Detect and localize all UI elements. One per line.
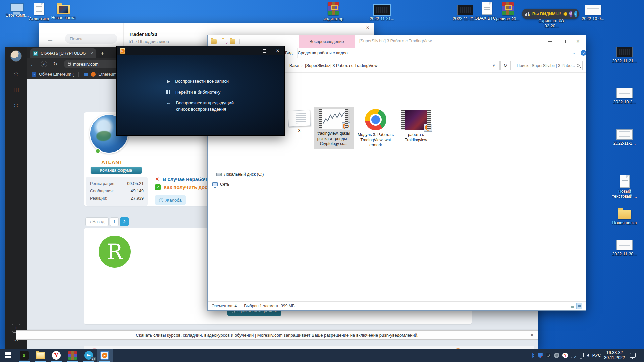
refresh-button[interactable]: ↻ bbox=[500, 61, 511, 70]
bookmark-item[interactable]: Обмен Ethereum ( bbox=[39, 72, 74, 77]
tab-close-icon[interactable]: ✕ bbox=[90, 51, 93, 56]
desktop-icon-indikator[interactable]: индикатор bbox=[318, 2, 349, 22]
desktop-icon-label: 2022-10-0... bbox=[582, 16, 604, 21]
steam-icon[interactable] bbox=[546, 353, 551, 358]
profile-avatar[interactable] bbox=[10, 50, 22, 62]
file-list: 3 ▶ tradingview, фазы рынка и тренды _ C… bbox=[273, 73, 586, 301]
signal-bars-icon bbox=[525, 12, 529, 16]
desktop-icon-revios[interactable]: ревиос-20... bbox=[492, 2, 523, 22]
taskbar-app-sharex[interactable]: X bbox=[16, 349, 32, 362]
new-folder-icon[interactable] bbox=[230, 39, 235, 44]
taskbar-app-explorer[interactable] bbox=[32, 349, 48, 362]
tab-video-tools[interactable]: Средства работы с видео bbox=[297, 48, 348, 58]
breadcrumb-root[interactable]: Base bbox=[289, 63, 299, 68]
report-button[interactable]: ! Жалоба bbox=[155, 195, 186, 205]
file-item[interactable]: 3 bbox=[279, 110, 319, 134]
minimize-button[interactable] bbox=[543, 35, 557, 48]
wmp-play-previous[interactable]: ← Воспроизвести предыдущий список воспро… bbox=[166, 100, 234, 112]
nav-item-local-disk[interactable]: Локальный диск (С:) bbox=[216, 172, 264, 177]
page-1-button[interactable]: 1 bbox=[110, 217, 119, 226]
wmp-go-library[interactable]: Перейти в библиотеку bbox=[166, 89, 220, 95]
file-item[interactable]: ▶ работа с Traidingview bbox=[396, 110, 436, 143]
browser-tab[interactable]: M СКАЧАТЬ [CRYPTOLOG ✕ bbox=[30, 48, 96, 58]
minimize-button[interactable] bbox=[337, 23, 350, 32]
folder-image-icon bbox=[57, 5, 70, 14]
play-badge-icon: ▶ bbox=[424, 124, 432, 132]
volume-icon[interactable] bbox=[587, 354, 589, 357]
desktop-icon-new-folder-right[interactable]: Новая папка bbox=[608, 208, 641, 226]
file-item-selected[interactable]: ▶ tradingview, фазы рынка и тренды _ Cry… bbox=[314, 107, 354, 149]
details-view-button[interactable] bbox=[569, 303, 575, 309]
unread-badge: 14 bbox=[91, 357, 96, 361]
post-link-2[interactable]: ✓ Как получить доступ bbox=[155, 184, 216, 190]
services-grid-icon[interactable]: ∷ bbox=[14, 102, 18, 109]
hamburger-menu-icon[interactable]: ☰ bbox=[48, 36, 53, 43]
contextual-tab-play[interactable]: Воспроизведение bbox=[299, 35, 355, 48]
desktop-icon-new-folder[interactable]: Новая папка bbox=[48, 3, 79, 20]
taskbar-app-winrar[interactable] bbox=[64, 349, 80, 362]
toggle-switch[interactable] bbox=[563, 12, 567, 16]
stat-value: 27.939 bbox=[131, 195, 144, 202]
desktop-icon-image-3[interactable]: 2022-10-0... bbox=[578, 5, 608, 21]
notification-close-icon[interactable]: ✕ bbox=[526, 333, 538, 338]
bookmarks-star-icon[interactable]: ☆ bbox=[13, 70, 18, 77]
page-2-button[interactable]: 2 bbox=[120, 217, 129, 226]
nav-item-network[interactable]: Сеть bbox=[212, 182, 229, 187]
close-button[interactable]: ✕ bbox=[362, 23, 374, 32]
taskbar-app-yandex[interactable]: Y bbox=[48, 349, 64, 362]
language-indicator[interactable]: РУС bbox=[592, 353, 601, 358]
visibility-widget[interactable]: Вы ВИДИМЫ! % › bbox=[522, 9, 579, 19]
back-button[interactable]: ← bbox=[27, 61, 38, 67]
maximize-button[interactable] bbox=[350, 23, 362, 32]
new-tab-button[interactable]: + bbox=[101, 50, 104, 57]
screenshot-icon[interactable]: ◫ bbox=[13, 86, 19, 93]
taskbar-app-media-player[interactable]: ▶ bbox=[97, 349, 113, 362]
minimize-button[interactable] bbox=[244, 46, 258, 55]
desktop-icon-right-2[interactable]: 2022-10-2... bbox=[608, 88, 641, 105]
file-item[interactable]: Модуль 3. Работа с TradingView_wat ermar… bbox=[356, 109, 395, 148]
address-dropdown-button[interactable]: ∨ bbox=[488, 61, 500, 70]
desktop-icon-label: Атлантика bbox=[29, 17, 49, 22]
start-button[interactable] bbox=[0, 349, 16, 362]
reply-user-avatar[interactable]: R bbox=[99, 236, 131, 268]
url-field[interactable]: moresliv.com bbox=[64, 60, 121, 68]
clock[interactable]: 16:33:32 30.11.2022 bbox=[604, 350, 625, 360]
ribbon-collapse-icon[interactable]: ⌄ bbox=[572, 51, 575, 55]
explorer-search-input[interactable]: Поиск: [SuperSliv.biz] 3 Рабо... bbox=[514, 61, 583, 70]
security-shield-icon[interactable] bbox=[538, 353, 543, 358]
usb-device-icon[interactable] bbox=[571, 353, 575, 358]
bluetooth-icon[interactable]: ᛒ bbox=[532, 353, 534, 358]
telegram-search-input[interactable]: Поиск bbox=[65, 34, 117, 44]
folder-properties-icon[interactable]: ✓ bbox=[222, 39, 227, 44]
taskbar-app-telegram[interactable]: 14 bbox=[80, 349, 97, 362]
desktop-icon-new-text-doc[interactable]: Новый текстовый ... bbox=[608, 175, 641, 199]
post-link-1[interactable]: ✕ В случае нерабочей bbox=[155, 176, 213, 182]
username[interactable]: ATLANT bbox=[101, 159, 123, 165]
yandex-icon[interactable]: Я bbox=[41, 61, 47, 67]
help-button[interactable]: ? bbox=[581, 50, 586, 56]
refresh-button[interactable]: ↻ bbox=[50, 61, 61, 67]
breadcrumb-folder[interactable]: [SuperSliv.biz] 3 Работа с TradingView bbox=[305, 63, 377, 68]
desktop: Этот комп... Атлантика Новая папка индик… bbox=[0, 0, 644, 362]
tray-app-icon[interactable] bbox=[554, 353, 559, 358]
desktop-icon-screenshot[interactable]: Скриншот 08-02-20... bbox=[533, 19, 570, 29]
close-button[interactable]: ✕ bbox=[571, 35, 585, 48]
close-button[interactable]: ✕ bbox=[271, 46, 284, 55]
desktop-icon-right-1[interactable]: 2022-11-21... bbox=[608, 47, 641, 64]
wmp-play-all[interactable]: ▶ Воспроизвести все записи bbox=[167, 78, 229, 85]
thumbnail-view-button[interactable] bbox=[576, 303, 582, 309]
search-icon bbox=[577, 64, 580, 67]
go-button[interactable]: › bbox=[574, 11, 577, 17]
action-center-icon[interactable] bbox=[630, 353, 636, 358]
maximize-button[interactable] bbox=[557, 35, 571, 48]
breadcrumb[interactable]: Base › [SuperSliv.biz] 3 Работа с Tradin… bbox=[286, 61, 488, 70]
yandex-tray-icon[interactable]: Y bbox=[562, 353, 568, 358]
maximize-button[interactable] bbox=[258, 46, 271, 55]
folder-icon[interactable] bbox=[211, 39, 217, 44]
percent-button[interactable]: % bbox=[569, 11, 572, 17]
tab-view[interactable]: Вид bbox=[285, 51, 293, 55]
desktop-icon-right-6[interactable]: 2022-11-30... bbox=[608, 240, 641, 257]
desktop-icon-image-1[interactable]: 2022-11-21... bbox=[367, 5, 397, 21]
back-page-button[interactable]: ‹Назад bbox=[85, 217, 109, 226]
desktop-icon-right-3[interactable]: 2022-11-2... bbox=[608, 129, 641, 146]
